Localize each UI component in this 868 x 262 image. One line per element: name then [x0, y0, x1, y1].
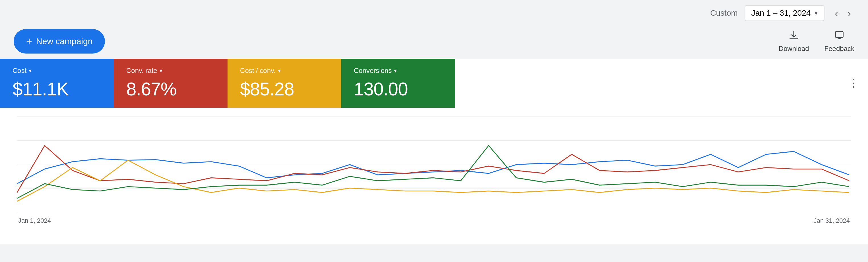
prev-period-button[interactable]: ‹ [831, 6, 841, 20]
plus-icon: + [26, 35, 32, 47]
custom-label: Custom [710, 8, 738, 18]
new-campaign-label: New campaign [36, 36, 92, 46]
cost-conv-dropdown-icon[interactable]: ▾ [278, 67, 281, 74]
metric-card-conv-rate: Conv. rate ▾ 8.67% [114, 59, 227, 108]
cost-dropdown-icon[interactable]: ▾ [29, 67, 32, 74]
conversions-value: 130.00 [354, 79, 442, 100]
download-label: Download [779, 45, 809, 53]
download-icon [789, 30, 799, 43]
action-bar: + New campaign Download Feedback [0, 26, 868, 59]
download-button[interactable]: Download [779, 30, 809, 53]
more-options-button[interactable]: ⋮ [848, 77, 859, 89]
chart-svg [17, 116, 851, 213]
svg-rect-1 [836, 31, 843, 37]
conversions-dropdown-icon[interactable]: ▾ [394, 67, 397, 74]
feedback-icon [834, 30, 844, 43]
cost-value: $11.1K [12, 79, 101, 100]
chevron-down-icon: ▾ [814, 9, 818, 17]
metric-card-conversions: Conversions ▾ 130.00 [341, 59, 455, 108]
metric-card-cost-conv: Cost / conv. ▾ $85.28 [227, 59, 341, 108]
next-period-button[interactable]: › [844, 6, 854, 20]
chart-x-end: Jan 31, 2024 [814, 217, 850, 225]
feedback-label: Feedback [825, 45, 854, 53]
conversions-label: Conversions ▾ [354, 67, 442, 75]
conv-rate-value: 8.67% [126, 79, 215, 100]
nav-arrows: ‹ › [831, 6, 854, 20]
cost-conv-label: Cost / conv. ▾ [240, 67, 329, 75]
conv-rate-line [17, 146, 849, 193]
conv-rate-label: Conv. rate ▾ [126, 67, 215, 75]
date-range-value: Jan 1 – 31, 2024 [751, 8, 811, 18]
conv-rate-dropdown-icon[interactable]: ▾ [160, 67, 162, 74]
top-bar: Custom Jan 1 – 31, 2024 ▾ ‹ › [0, 0, 868, 26]
cost-conv-value: $85.28 [240, 79, 329, 100]
cost-label: Cost ▾ [12, 67, 101, 75]
chart-container: Jan 1, 2024 Jan 31, 2024 [17, 116, 851, 225]
chart-area: Jan 1, 2024 Jan 31, 2024 [0, 108, 868, 244]
chart-labels: Jan 1, 2024 Jan 31, 2024 [17, 217, 851, 225]
feedback-button[interactable]: Feedback [825, 30, 854, 53]
metrics-row: Cost ▾ $11.1K Conv. rate ▾ 8.67% Cost / … [0, 59, 868, 108]
chart-x-start: Jan 1, 2024 [18, 217, 51, 225]
main-content: Cost ▾ $11.1K Conv. rate ▾ 8.67% Cost / … [0, 59, 868, 244]
metric-card-cost: Cost ▾ $11.1K [0, 59, 114, 108]
date-range-selector[interactable]: Jan 1 – 31, 2024 ▾ [745, 5, 825, 21]
new-campaign-button[interactable]: + New campaign [14, 29, 105, 54]
action-icons: Download Feedback [779, 30, 854, 53]
